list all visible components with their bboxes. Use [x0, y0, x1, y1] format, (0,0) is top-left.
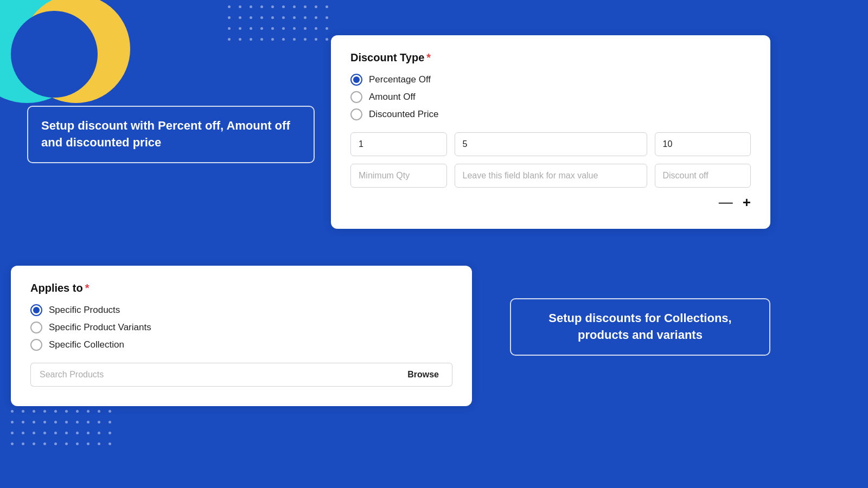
radio-specific-products-label: Specific Products	[49, 305, 120, 316]
radio-discounted-price-indicator	[350, 108, 362, 120]
applies-to-radio-group: Specific Products Specific Product Varia…	[30, 304, 452, 351]
min-qty-field[interactable]	[350, 164, 447, 188]
promo-box-top: Setup discount with Percent off, Amount …	[27, 106, 315, 163]
search-row: Browse	[30, 363, 452, 387]
max-value-field[interactable]	[455, 164, 647, 188]
dot-grid-top: (function(){ const grid = document.query…	[228, 5, 333, 46]
discount-off-field[interactable]	[655, 164, 751, 188]
discount-field-1[interactable]	[350, 132, 447, 156]
radio-amount-off-indicator	[350, 91, 362, 103]
decorative-circles	[0, 0, 146, 108]
promo-box-bottom: Setup discounts for Collections, product…	[510, 298, 770, 356]
discount-action-row: — +	[350, 195, 751, 209]
applies-to-title: Applies to*	[30, 282, 452, 294]
radio-percentage-off-indicator	[350, 74, 362, 86]
dot-grid-bottom: (function(){ const grid = document.query…	[11, 410, 116, 450]
radio-specific-variants-label: Specific Product Variants	[49, 322, 151, 333]
remove-row-button[interactable]: —	[719, 195, 733, 209]
radio-specific-variants-indicator	[30, 322, 42, 333]
discount-field-2[interactable]	[455, 132, 647, 156]
discount-type-title: Discount Type*	[350, 52, 751, 64]
add-row-button[interactable]: +	[743, 195, 751, 209]
discount-field-3[interactable]	[655, 132, 751, 156]
promo-top-text: Setup discount with Percent off, Amount …	[41, 118, 301, 151]
radio-specific-products-indicator	[30, 304, 42, 316]
radio-discounted-price-label: Discounted Price	[369, 109, 439, 120]
blue-cutout-circle	[11, 11, 98, 98]
applies-to-card: Applies to* Specific Products Specific P…	[11, 266, 472, 406]
discount-type-radio-group: Percentage Off Amount Off Discounted Pri…	[350, 74, 751, 120]
promo-bottom-text: Setup discounts for Collections, product…	[528, 310, 752, 344]
discount-input-row-1	[350, 132, 751, 156]
radio-specific-products[interactable]: Specific Products	[30, 304, 452, 316]
radio-percentage-off[interactable]: Percentage Off	[350, 74, 751, 86]
radio-specific-collection-label: Specific Collection	[49, 339, 124, 350]
radio-specific-collection[interactable]: Specific Collection	[30, 339, 452, 351]
radio-discounted-price[interactable]: Discounted Price	[350, 108, 751, 120]
radio-specific-collection-indicator	[30, 339, 42, 351]
radio-percentage-off-label: Percentage Off	[369, 74, 431, 85]
search-products-input[interactable]	[30, 363, 394, 387]
discount-type-card: Discount Type* Percentage Off Amount Off…	[331, 35, 770, 229]
radio-amount-off-label: Amount Off	[369, 92, 416, 102]
radio-specific-variants[interactable]: Specific Product Variants	[30, 322, 452, 333]
discount-input-row-2	[350, 164, 751, 188]
radio-amount-off[interactable]: Amount Off	[350, 91, 751, 103]
browse-button[interactable]: Browse	[394, 363, 452, 387]
